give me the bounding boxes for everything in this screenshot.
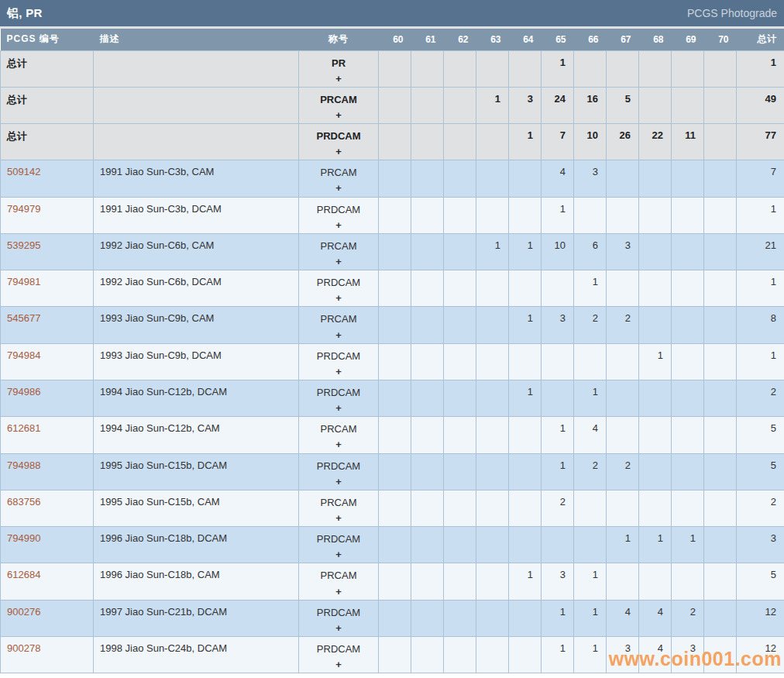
grade-cell-68 (639, 380, 672, 417)
column-header-total: 总计 (737, 29, 784, 50)
grade-cell-69 (672, 417, 704, 453)
designation-plus-link[interactable]: + (305, 511, 372, 526)
grade-cell-61 (411, 307, 444, 343)
designation-label: PRDCAM (305, 532, 372, 547)
designation-plus-link[interactable]: + (305, 437, 372, 453)
grade-cell-67: 2 (607, 307, 639, 343)
pcgs-number-link[interactable]: 900276 (7, 606, 40, 618)
grade-cell-61 (411, 600, 444, 636)
designation-plus-link[interactable]: + (305, 584, 372, 600)
pcgs-number-link[interactable]: 794979 (7, 203, 40, 215)
grade-cell-60 (379, 417, 411, 453)
grade-cell-64 (509, 197, 542, 233)
grade-cell-63 (476, 600, 509, 636)
designation-plus-link[interactable]: + (305, 547, 372, 563)
grade-cell-62 (444, 124, 476, 160)
grade-cell-60 (379, 197, 411, 233)
designation-plus-link[interactable]: + (305, 108, 372, 123)
pcgs-number-cell: 545677 (1, 307, 94, 343)
total-row: 总计PRDCAM+171026221177 (1, 124, 784, 160)
designation-plus-link[interactable]: + (305, 621, 372, 636)
grade-cell-60 (379, 490, 411, 526)
grade-cell-67 (607, 490, 639, 526)
designation-label: PRDCAM (305, 275, 372, 291)
grade-cell-65: 1 (542, 637, 574, 673)
grade-cell-61 (411, 160, 444, 197)
pcgs-number-link[interactable]: 539295 (7, 239, 40, 251)
grade-cell-67 (607, 380, 639, 417)
pcgs-number-link[interactable]: 794988 (7, 459, 40, 471)
grade-cell-65: 2 (542, 490, 574, 526)
pcgs-number-link[interactable]: 545677 (7, 312, 40, 324)
pcgs-number-link[interactable]: 612684 (7, 569, 40, 580)
grade-cell-66: 1 (574, 637, 607, 673)
grade-cell-67 (607, 197, 639, 233)
pcgs-number-cell: 794990 (1, 527, 94, 563)
grade-cell-69 (672, 270, 704, 307)
designation-label: PRDCAM (305, 349, 372, 364)
grade-cell-69 (672, 50, 704, 87)
designation-plus-link[interactable]: + (305, 218, 372, 233)
grade-cell-61 (411, 490, 444, 526)
table-row: 6837561995 Jiao Sun-C15b, CAMPRCAM+22 (1, 490, 784, 526)
grade-cell-64 (509, 343, 542, 380)
pcgs-number-link[interactable]: 683756 (7, 496, 40, 508)
total-cell: 49 (737, 87, 784, 123)
grade-cell-60 (379, 160, 411, 197)
grade-cell-70 (704, 600, 737, 636)
designation-plus-link[interactable]: + (305, 657, 372, 673)
pcgs-number-link[interactable]: 794990 (7, 532, 40, 544)
designation-plus-link[interactable]: + (305, 328, 372, 343)
pcgs-number-cell: 总计 (1, 50, 94, 87)
total-cell: 1 (737, 343, 784, 380)
designation-cell: PRCAM+ (299, 233, 379, 270)
grade-cell-61 (411, 527, 444, 563)
grade-cell-64 (509, 600, 542, 636)
table-row: 7949901996 Jiao Sun-C18b, DCAMPRDCAM+111… (1, 527, 784, 563)
table-row: 7949861994 Jiao Sun-C12b, DCAMPRDCAM+112 (1, 380, 784, 417)
grade-cell-65 (542, 270, 574, 307)
description-cell: 1994 Jiao Sun-C12b, DCAM (94, 380, 299, 417)
designation-label: PRCAM (305, 239, 372, 254)
designation-label: PRDCAM (305, 385, 372, 401)
designation-cell: PRDCAM+ (299, 270, 379, 307)
pcgs-number-link[interactable]: 794981 (7, 276, 40, 287)
pcgs-number-cell: 794981 (1, 270, 94, 307)
designation-plus-link[interactable]: + (305, 291, 372, 306)
grade-cell-63 (476, 270, 509, 307)
grade-cell-60 (379, 307, 411, 343)
photograde-link[interactable]: PCGS Photograde (687, 7, 777, 19)
grade-cell-65: 1 (542, 197, 574, 233)
pcgs-number-link[interactable]: 900278 (7, 642, 40, 654)
designation-plus-link[interactable]: + (305, 254, 372, 270)
total-label: 总计 (7, 130, 27, 142)
grade-cell-62 (444, 600, 476, 636)
grade-cell-63 (476, 637, 509, 673)
designation-plus-link[interactable]: + (305, 474, 372, 490)
designation-plus-link[interactable]: + (305, 364, 372, 380)
grade-cell-66: 2 (574, 307, 607, 343)
grade-cell-70 (704, 637, 737, 673)
pcgs-number-link[interactable]: 794986 (7, 386, 40, 398)
pcgs-number-link[interactable]: 612681 (7, 422, 40, 434)
grade-cell-62 (444, 160, 476, 197)
grade-cell-66 (574, 343, 607, 380)
designation-label: PRCAM (305, 92, 372, 108)
column-header-grade-68: 68 (639, 29, 672, 50)
pcgs-number-link[interactable]: 794984 (7, 349, 40, 361)
grade-cell-69 (672, 307, 704, 343)
table-row: 7949791991 Jiao Sun-C3b, DCAMPRDCAM+11 (1, 197, 784, 233)
pcgs-number-link[interactable]: 509142 (7, 166, 40, 177)
designation-plus-link[interactable]: + (305, 401, 372, 416)
grade-cell-70 (704, 197, 737, 233)
designation-plus-link[interactable]: + (305, 71, 372, 87)
grade-cell-65 (542, 527, 574, 563)
description-cell: 1991 Jiao Sun-C3b, DCAM (94, 197, 299, 233)
total-cell: 2 (737, 490, 784, 526)
page-title: 铝, PR (7, 6, 43, 21)
grade-cell-69 (672, 87, 704, 123)
grade-cell-66: 16 (574, 87, 607, 123)
designation-plus-link[interactable]: + (305, 181, 372, 196)
designation-plus-link[interactable]: + (305, 144, 372, 160)
table-row: 5091421991 Jiao Sun-C3b, CAMPRCAM+437 (1, 160, 784, 197)
